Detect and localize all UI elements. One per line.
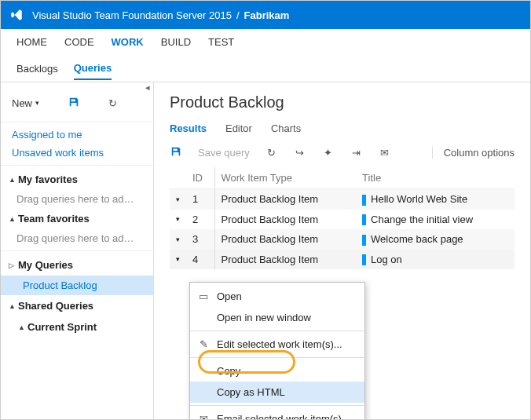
toolbar: Save query ↻ ↪ ✦ ⇥ ✉ Column options [170, 138, 515, 167]
cell-id: 1 [186, 189, 214, 210]
current-sprint-heading[interactable]: ▲Current Sprint [1, 316, 153, 338]
table-row[interactable]: ▾ 4 Product Backlog Item Log on [170, 250, 515, 270]
tab-editor[interactable]: Editor [225, 122, 252, 137]
refresh-icon[interactable]: ↻ [108, 97, 117, 109]
menu-copy[interactable]: Copy [190, 360, 364, 382]
col-type[interactable]: Work Item Type [214, 167, 356, 189]
project-name[interactable]: Fabrikam [244, 9, 290, 21]
nav-code[interactable]: CODE [64, 30, 94, 54]
menu-open[interactable]: ▭Open [190, 286, 364, 307]
cell-id: 4 [186, 250, 214, 270]
col-id[interactable]: ID [186, 167, 214, 189]
cell-id: 3 [186, 229, 214, 250]
pencil-icon: ✎ [198, 338, 209, 350]
expand-icon[interactable]: ▾ [170, 250, 186, 270]
redo-icon[interactable]: ↪ [294, 147, 306, 159]
sidebar: ◂ New ▾ ↻ Assigned to me Unsaved work it… [1, 82, 154, 419]
new-query-button[interactable]: New ▾ [12, 97, 39, 109]
table-row[interactable]: ▾ 1 Product Backlog Item Hello World Web… [170, 189, 515, 210]
results-grid: ID Work Item Type Title ▾ 1 Product Back… [170, 167, 515, 269]
main-nav: HOME CODE WORK BUILD TEST [1, 29, 530, 56]
email-icon[interactable]: ✉ [379, 147, 391, 159]
nav-build[interactable]: BUILD [161, 30, 191, 54]
new-item-icon[interactable]: ✦ [322, 147, 335, 159]
table-row[interactable]: ▾ 3 Product Backlog Item Welcome back pa… [170, 229, 515, 250]
type-color-bar [362, 235, 366, 246]
subnav-backlogs[interactable]: Backlogs [16, 58, 58, 79]
nav-work[interactable]: WORK [112, 30, 144, 54]
cell-title: Welcome back page [356, 229, 515, 250]
cell-title: Change the initial view [356, 210, 515, 230]
cell-type: Product Backlog Item [214, 210, 356, 230]
tab-results[interactable]: Results [170, 122, 207, 137]
nav-test[interactable]: TEST [208, 30, 234, 54]
my-queries-heading[interactable]: ▷My Queries [1, 254, 153, 276]
subnav-queries[interactable]: Queries [74, 57, 112, 80]
link-unsaved-work-items[interactable]: Unsaved work items [1, 144, 153, 162]
cell-type: Product Backlog Item [214, 229, 356, 250]
tab-charts[interactable]: Charts [271, 122, 301, 137]
type-color-bar [362, 214, 366, 225]
refresh-icon[interactable]: ↻ [266, 147, 278, 159]
expand-icon[interactable]: ▾ [170, 229, 186, 250]
cell-type: Product Backlog Item [214, 189, 356, 210]
sidebar-item-product-backlog[interactable]: Product Backlog [1, 276, 153, 295]
new-label: New [12, 97, 32, 109]
context-menu: ▭Open Open in new window ✎Edit selected … [189, 282, 365, 420]
type-color-bar [362, 195, 366, 206]
menu-edit-selected[interactable]: ✎Edit selected work item(s)... [190, 334, 364, 355]
column-options-button[interactable]: Column options [432, 147, 515, 159]
menu-email-selected[interactable]: ✉Email selected work item(s)... [190, 408, 364, 420]
my-favorites-hint: Drag queries here to add them [1, 190, 153, 208]
content-tabs: Results Editor Charts [170, 122, 515, 138]
col-expand [170, 167, 186, 189]
dropdown-caret-icon: ▾ [35, 99, 39, 107]
link-icon[interactable]: ⇥ [350, 147, 363, 159]
title-bar: Visual Studio Team Foundation Server 201… [1, 1, 530, 29]
link-assigned-to-me[interactable]: Assigned to me [1, 126, 153, 144]
col-title[interactable]: Title [356, 167, 515, 189]
team-favorites-hint: Drag queries here to add them [1, 229, 153, 247]
save-icon[interactable] [170, 146, 182, 159]
save-query-icon[interactable] [68, 97, 80, 110]
page-title: Product Backlog [170, 93, 515, 111]
cell-title: Hello World Web Site [356, 189, 515, 210]
sub-nav: Backlogs Queries [1, 56, 530, 82]
shared-queries-heading[interactable]: ▲Shared Queries [1, 295, 153, 316]
title-separator: / [236, 9, 240, 21]
product-name: Visual Studio Team Foundation Server 201… [32, 9, 232, 21]
collapse-sidebar-icon[interactable]: ◂ [145, 82, 150, 93]
envelope-icon: ✉ [198, 413, 209, 420]
cell-type: Product Backlog Item [214, 250, 356, 270]
table-row[interactable]: ▾ 2 Product Backlog Item Change the init… [170, 210, 515, 230]
expand-icon[interactable]: ▾ [170, 210, 186, 230]
cell-title: Log on [356, 250, 515, 270]
nav-home[interactable]: HOME [16, 30, 47, 54]
open-icon: ▭ [198, 290, 209, 302]
menu-copy-as-html[interactable]: Copy as HTML [190, 382, 364, 403]
visual-studio-icon [9, 7, 24, 23]
cell-id: 2 [186, 210, 214, 230]
my-favorites-heading[interactable]: ▲My favorites [1, 169, 153, 190]
expand-icon[interactable]: ▾ [170, 189, 186, 210]
type-color-bar [362, 254, 366, 265]
menu-open-new-window[interactable]: Open in new window [190, 307, 364, 328]
team-favorites-heading[interactable]: ▲Team favorites [1, 208, 153, 229]
save-query-label: Save query [198, 147, 250, 159]
